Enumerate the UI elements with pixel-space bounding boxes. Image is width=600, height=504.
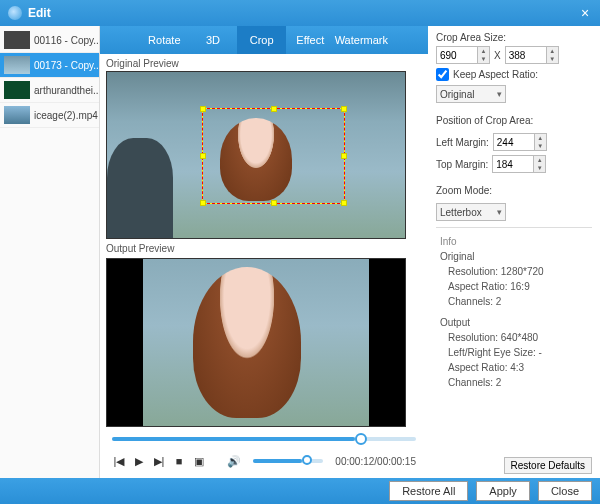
sidebar-item-1[interactable]: 00173 - Copy... <box>0 53 99 78</box>
crop-handle-mr[interactable] <box>341 153 347 159</box>
info-block: Info Original Resolution: 1280*720 Aspec… <box>436 234 592 390</box>
snapshot-icon[interactable]: ▣ <box>192 454 206 468</box>
sidebar-item-0[interactable]: 00116 - Copy... <box>0 28 99 53</box>
tab-watermark[interactable]: Watermark <box>335 26 388 54</box>
next-frame-icon[interactable]: ▶| <box>152 454 166 468</box>
playback-controls: |◀ ▶ ▶| ■ ▣ 🔊 00:00:12/00:00:15 <box>106 448 422 474</box>
thumb-icon <box>4 56 30 74</box>
info-original-heading: Original <box>440 249 592 264</box>
time-display: 00:00:12/00:00:15 <box>335 456 416 467</box>
thumb-icon <box>4 81 30 99</box>
crop-handle-tr[interactable] <box>341 106 347 112</box>
info-orig-resolution: Resolution: 1280*720 <box>440 264 592 279</box>
info-out-eye: Left/Right Eye Size: - <box>440 345 592 360</box>
file-sidebar: 00116 - Copy... 00173 - Copy... arthuran… <box>0 26 100 478</box>
original-preview[interactable] <box>106 71 406 239</box>
sidebar-item-2[interactable]: arthurandthei... <box>0 78 99 103</box>
tab-crop[interactable]: Crop <box>237 26 286 54</box>
titlebar: Edit × <box>0 0 600 26</box>
footer: Restore All Apply Close <box>0 478 600 504</box>
restore-defaults-button[interactable]: Restore Defaults <box>504 457 592 474</box>
top-margin-input[interactable] <box>492 155 534 173</box>
info-out-aspect: Aspect Ratio: 4:3 <box>440 360 592 375</box>
crop-position-label: Position of Crop Area: <box>436 115 592 126</box>
thumb-icon <box>4 106 30 124</box>
crop-handle-br[interactable] <box>341 200 347 206</box>
width-spinner[interactable]: ▲▼ <box>478 46 490 64</box>
close-button[interactable]: Close <box>538 481 592 501</box>
apply-button[interactable]: Apply <box>476 481 530 501</box>
sidebar-item-label: arthurandthei... <box>34 85 99 96</box>
prev-frame-icon[interactable]: |◀ <box>112 454 126 468</box>
window-title: Edit <box>28 6 578 20</box>
zoom-mode-select[interactable]: Letterbox <box>436 203 506 221</box>
top-margin-label: Top Margin: <box>436 159 488 170</box>
zoom-mode-label: Zoom Mode: <box>436 185 592 196</box>
close-icon[interactable]: × <box>578 6 592 20</box>
keep-aspect-checkbox[interactable] <box>436 68 449 81</box>
app-logo-icon <box>8 6 22 20</box>
crop-settings-panel: Crop Area Size: ▲▼ X ▲▼ Keep Aspect Rati… <box>428 26 600 478</box>
crop-handle-tm[interactable] <box>271 106 277 112</box>
info-orig-aspect: Aspect Ratio: 16:9 <box>440 279 592 294</box>
info-out-resolution: Resolution: 640*480 <box>440 330 592 345</box>
left-margin-input[interactable] <box>493 133 535 151</box>
tab-effect[interactable]: Effect <box>286 26 335 54</box>
original-preview-label: Original Preview <box>106 58 422 69</box>
seek-bar[interactable] <box>106 430 422 448</box>
tab-3d[interactable]: 3D <box>189 26 238 54</box>
keep-aspect-label: Keep Aspect Ratio: <box>453 69 538 80</box>
info-out-channels: Channels: 2 <box>440 375 592 390</box>
seek-thumb-icon[interactable] <box>355 433 367 445</box>
crop-height-input[interactable] <box>505 46 547 64</box>
crop-handle-bm[interactable] <box>271 200 277 206</box>
left-spinner[interactable]: ▲▼ <box>535 133 547 151</box>
output-preview-label: Output Preview <box>106 243 422 254</box>
x-separator: X <box>494 50 501 61</box>
sidebar-item-label: iceage(2).mp4 <box>34 110 98 121</box>
output-preview <box>106 258 406 428</box>
volume-slider[interactable] <box>253 459 323 463</box>
crop-handle-tl[interactable] <box>200 106 206 112</box>
divider <box>436 227 592 228</box>
crop-width-input[interactable] <box>436 46 478 64</box>
volume-icon[interactable]: 🔊 <box>227 454 241 468</box>
sidebar-item-label: 00116 - Copy... <box>34 35 99 46</box>
crop-size-label: Crop Area Size: <box>436 32 592 43</box>
crop-handle-bl[interactable] <box>200 200 206 206</box>
top-spinner[interactable]: ▲▼ <box>534 155 546 173</box>
crop-rectangle[interactable] <box>202 108 345 204</box>
left-margin-label: Left Margin: <box>436 137 489 148</box>
restore-all-button[interactable]: Restore All <box>389 481 468 501</box>
info-orig-channels: Channels: 2 <box>440 294 592 309</box>
aspect-select[interactable]: Original <box>436 85 506 103</box>
tab-bar: Rotate 3D Crop Effect Watermark <box>100 26 428 54</box>
thumb-icon <box>4 31 30 49</box>
sidebar-item-label: 00173 - Copy... <box>34 60 99 71</box>
info-output-heading: Output <box>440 315 592 330</box>
height-spinner[interactable]: ▲▼ <box>547 46 559 64</box>
tab-rotate[interactable]: Rotate <box>140 26 189 54</box>
play-icon[interactable]: ▶ <box>132 454 146 468</box>
volume-thumb-icon[interactable] <box>302 455 312 465</box>
info-heading: Info <box>440 234 592 249</box>
crop-handle-ml[interactable] <box>200 153 206 159</box>
output-preview-image <box>143 259 369 427</box>
sidebar-item-3[interactable]: iceage(2).mp4 <box>0 103 99 128</box>
stop-icon[interactable]: ■ <box>172 454 186 468</box>
